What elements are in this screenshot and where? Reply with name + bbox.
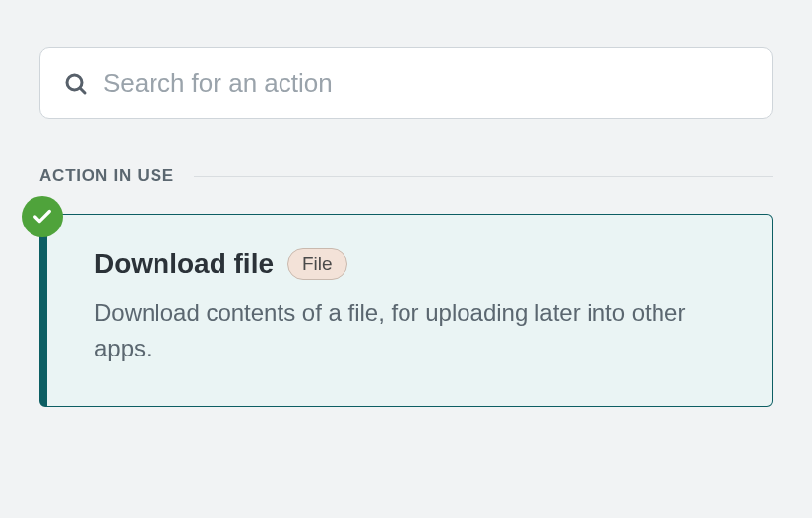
- search-box[interactable]: [39, 47, 773, 119]
- action-card-wrap: Download file File Download contents of …: [39, 214, 773, 407]
- section-label: ACTION IN USE: [39, 166, 174, 186]
- section-header: ACTION IN USE: [39, 166, 773, 186]
- section-divider: [194, 176, 773, 177]
- svg-line-1: [80, 88, 85, 93]
- action-description: Download contents of a file, for uploadi…: [94, 295, 705, 366]
- action-card[interactable]: Download file File Download contents of …: [39, 214, 773, 407]
- check-icon: [22, 196, 63, 237]
- action-title-row: Download file File: [94, 248, 724, 280]
- search-icon: [64, 72, 88, 96]
- search-input[interactable]: [103, 68, 748, 98]
- action-title: Download file: [94, 248, 274, 280]
- action-tag: File: [287, 248, 347, 280]
